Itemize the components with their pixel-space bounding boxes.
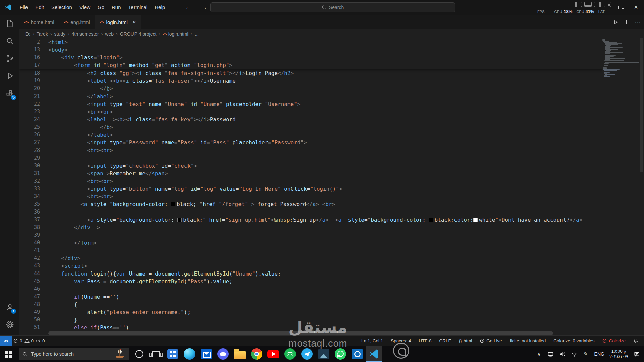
line-number[interactable]: 39 xyxy=(19,231,48,239)
code-line[interactable]: 18 <h2 class="gg"><i class="fas fa-sign-… xyxy=(19,69,644,77)
breadcrumb-item[interactable]: web xyxy=(105,31,114,37)
toggle-panel-icon[interactable] xyxy=(584,2,592,7)
code-line[interactable]: 35 <a style="background-color: black; "h… xyxy=(19,200,644,208)
line-number[interactable]: 32 xyxy=(19,177,48,185)
code-line[interactable]: 19 <label ><b><i class="fas fa-user"></i… xyxy=(19,77,644,85)
line-number[interactable]: 50 xyxy=(19,316,48,324)
code-line[interactable]: 50 } xyxy=(19,316,644,324)
breadcrumb-item[interactable]: study xyxy=(54,31,65,37)
settings-button[interactable] xyxy=(0,316,19,333)
line-number[interactable]: 31 xyxy=(19,170,48,177)
editor[interactable]: 18 <h2 class="gg"><i class="fas fa-sign-… xyxy=(19,38,644,335)
code-line[interactable]: 22 <input type="text" name="Uname" id="U… xyxy=(19,100,644,108)
code-line[interactable]: 47 if(Uname =='') xyxy=(19,293,644,301)
line-number[interactable]: 22 xyxy=(19,100,48,108)
language-indicator[interactable]: ENG xyxy=(594,351,604,357)
menu-go[interactable]: Go xyxy=(94,0,108,15)
code-line[interactable]: 17 <form id="login" method="get" action=… xyxy=(19,61,644,69)
line-number[interactable]: 34 xyxy=(19,193,48,200)
breadcrumb-item[interactable]: <>login.html xyxy=(163,31,189,37)
back-arrow-icon[interactable]: ← xyxy=(185,4,192,11)
code-line[interactable]: 23 <br><br> xyxy=(19,108,644,116)
status-item-colorize-count[interactable]: Colorize: 0 variables xyxy=(552,336,595,346)
line-number[interactable]: 21 xyxy=(19,93,48,100)
line-number[interactable]: 27 xyxy=(19,139,48,146)
code-line[interactable]: 48 { xyxy=(19,301,644,308)
taskbar-app-folder[interactable] xyxy=(231,346,248,362)
status-item-problems-warnings[interactable]: 0 xyxy=(23,336,35,346)
sidebar-item-search[interactable] xyxy=(0,32,19,50)
code-line[interactable]: 25 </b> xyxy=(19,123,644,131)
status-item-notifications[interactable] xyxy=(632,336,639,346)
notification-center-icon[interactable] xyxy=(633,351,640,357)
breadcrumb-item[interactable]: D: xyxy=(25,31,30,37)
line-number[interactable]: 17 xyxy=(19,61,48,69)
sidebar-item-extensions[interactable]: ↻ xyxy=(0,84,19,102)
network-icon[interactable] xyxy=(571,351,578,357)
line-number[interactable]: 29 xyxy=(19,154,48,162)
code-line[interactable]: 51 else if(Pass=='') xyxy=(19,324,644,331)
toggle-sidebar-icon[interactable] xyxy=(575,2,582,7)
sidebar-item-explorer[interactable] xyxy=(0,15,19,32)
command-center-search[interactable]: Search xyxy=(210,2,455,12)
line-number[interactable]: 51 xyxy=(19,324,48,331)
line-number[interactable]: 45 xyxy=(19,278,48,285)
run-file-icon[interactable] xyxy=(613,19,619,25)
code-line[interactable]: 38 </div > xyxy=(19,224,644,231)
split-editor-icon[interactable] xyxy=(624,20,629,24)
line-number[interactable]: 49 xyxy=(19,308,48,316)
code-line[interactable]: 43 <script> xyxy=(19,262,644,270)
line-number[interactable]: 19 xyxy=(19,77,48,85)
taskbar-app-edge[interactable] xyxy=(181,346,198,362)
line-number[interactable]: 18 xyxy=(19,69,48,77)
line-number[interactable]: 25 xyxy=(19,123,48,131)
status-item-colorize-disabled[interactable]: Colorize xyxy=(601,336,627,346)
line-number[interactable]: 42 xyxy=(19,254,48,262)
taskbar-app-whatsapp[interactable] xyxy=(332,346,349,362)
code-line[interactable]: 27 <input type="Password" name="Pass" id… xyxy=(19,139,644,146)
line-number[interactable]: 41 xyxy=(19,247,48,254)
menu-run[interactable]: Run xyxy=(108,0,125,15)
code-line[interactable]: 28 <br><br> xyxy=(19,146,644,154)
code-line[interactable]: 36 xyxy=(19,208,644,216)
status-item-problems-errors[interactable]: 0 xyxy=(12,336,23,346)
status-item-ports[interactable]: 0 xyxy=(35,336,46,346)
menu-edit[interactable]: Edit xyxy=(32,0,48,15)
code-line[interactable]: 29 xyxy=(19,154,644,162)
volume-icon[interactable] xyxy=(559,351,566,357)
taskbar-app-store[interactable] xyxy=(164,346,181,362)
code-line[interactable]: 39 xyxy=(19,231,644,239)
taskbar-app-photos[interactable] xyxy=(315,346,332,362)
tab-login.html[interactable]: <>login.html✕ xyxy=(95,15,141,29)
sidebar-item-source-control[interactable] xyxy=(0,50,19,67)
status-item-remote-indicator[interactable]: >< xyxy=(0,336,12,346)
taskbar-app-outlook[interactable] xyxy=(349,346,366,362)
menu-help[interactable]: Help xyxy=(151,0,169,15)
code-line[interactable]: 30 <input type="checkbox" id="check"> xyxy=(19,162,644,170)
customize-layout-icon[interactable] xyxy=(604,2,611,7)
status-item-eol[interactable]: CRLF xyxy=(438,336,452,346)
code-line[interactable]: 41 xyxy=(19,247,644,254)
tab-eng.html[interactable]: <>eng.html xyxy=(59,15,95,29)
taskbar-app-spotify[interactable] xyxy=(282,346,299,362)
line-number[interactable]: 13 xyxy=(19,46,48,54)
restore-window-button[interactable] xyxy=(612,0,628,15)
clock[interactable]: 10:00 م ٢٠٢٤/١٠/٩ xyxy=(609,349,628,359)
line-number[interactable]: 30 xyxy=(19,162,48,170)
code-line[interactable]: 32 <br><br> xyxy=(19,177,644,185)
sidebar-item-run-debug[interactable] xyxy=(0,67,19,84)
breadcrumb-item[interactable]: 4th semester xyxy=(72,31,99,37)
code-line[interactable]: 31 <span >Remember me</span> xyxy=(19,170,644,177)
line-number[interactable]: 47 xyxy=(19,293,48,301)
close-window-button[interactable]: ✕ xyxy=(628,0,644,15)
status-item-encoding[interactable]: UTF-8 xyxy=(418,336,432,346)
menu-terminal[interactable]: Terminal xyxy=(125,0,151,15)
tab-home.html[interactable]: <>home.html xyxy=(19,15,59,29)
line-number[interactable]: 23 xyxy=(19,108,48,116)
status-item-language-mode[interactable]: {}html xyxy=(458,336,473,346)
line-number[interactable]: 38 xyxy=(19,224,48,231)
code-line[interactable]: 49 alert("please enter username."); xyxy=(19,308,644,316)
minimap[interactable] xyxy=(602,38,639,335)
more-actions-icon[interactable]: ⋯ xyxy=(635,18,641,26)
pen-icon[interactable]: ✎ xyxy=(583,351,589,357)
